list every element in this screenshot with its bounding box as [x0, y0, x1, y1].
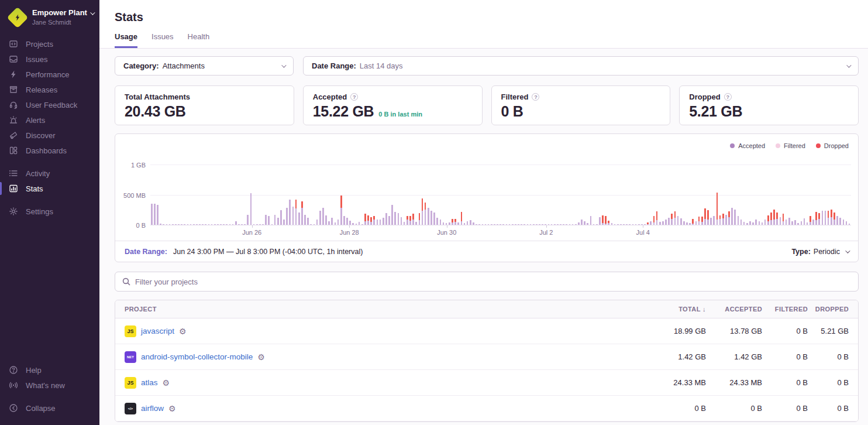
gear-icon[interactable]: ⚙: [179, 327, 187, 335]
category-select[interactable]: Category: Attachments: [115, 56, 294, 76]
chart-footer: Date Range: Jun 24 3:00 PM — Jul 8 3:00 …: [115, 241, 858, 262]
project-filter: [115, 272, 859, 292]
x-tick-label: Jun 30: [437, 229, 456, 236]
chart-bar: [262, 224, 264, 225]
cell-dropped: 5.21 GB: [808, 327, 858, 335]
chart-bar: [759, 221, 760, 225]
cell-total: 24.33 MB: [640, 378, 706, 387]
info-icon[interactable]: ?: [350, 93, 358, 101]
legend-item-accepted[interactable]: Accepted: [730, 142, 765, 149]
chart-bar: [199, 224, 201, 225]
chevron-down-icon: [846, 63, 851, 67]
tab-usage[interactable]: Usage: [115, 32, 137, 48]
sidebar-item-help[interactable]: Help: [0, 362, 99, 378]
chart-bar: [391, 205, 393, 225]
column-header-dropped[interactable]: DROPPED: [808, 306, 858, 313]
chart-bar: [232, 224, 234, 225]
sidebar-item-label: Dashboards: [26, 146, 67, 155]
chart-bar: [398, 213, 399, 225]
platform-icon: JS: [125, 377, 136, 389]
chart-bar: [388, 216, 390, 225]
sidebar-item-activity[interactable]: Activity: [0, 166, 99, 181]
chart-bar: [557, 224, 559, 225]
project-link[interactable]: android-symbol-collector-mobile: [141, 352, 253, 361]
org-switcher[interactable]: Empower Plant Jane Schmidt: [0, 8, 99, 36]
chart-bar: [277, 218, 279, 225]
chart-bar: [163, 224, 164, 225]
chart-bar: [825, 211, 826, 225]
project-filter-input[interactable]: [135, 277, 851, 286]
sidebar-item-discover[interactable]: Discover: [0, 128, 99, 143]
chart-bar: [346, 218, 348, 225]
cell-filtered: 0 B: [762, 378, 808, 387]
tab-issues[interactable]: Issues: [151, 32, 174, 48]
column-header-project[interactable]: PROJECT: [115, 306, 640, 313]
legend-item-dropped[interactable]: Dropped: [816, 142, 849, 149]
sidebar-item-dashboards[interactable]: Dashboards: [0, 143, 99, 158]
date-range-label: Date Range:: [312, 61, 356, 70]
gear-icon[interactable]: ⚙: [163, 379, 170, 387]
projects-icon: [8, 39, 19, 49]
chart-bar: [428, 208, 429, 225]
chart-bar: [190, 224, 192, 225]
gear-icon[interactable]: ⚙: [257, 353, 265, 361]
tab-health[interactable]: Health: [188, 32, 210, 48]
chart-bar: [523, 224, 525, 225]
sidebar-item-stats[interactable]: Stats: [0, 181, 99, 196]
chart-bar: [310, 224, 312, 225]
sidebar-item-releases[interactable]: Releases: [0, 82, 99, 97]
sidebar-item-settings[interactable]: Settings: [0, 204, 99, 219]
chart-bar: [340, 196, 342, 225]
info-icon[interactable]: ?: [724, 93, 732, 101]
sidebar-item-label: Projects: [26, 40, 53, 49]
chart-bar: [289, 200, 291, 225]
chart-type-select[interactable]: Type: Periodic: [791, 248, 849, 256]
sidebar-item-whats-new[interactable]: What's new: [0, 378, 99, 393]
sidebar-item-label: Help: [26, 366, 42, 375]
sidebar-item-performance[interactable]: Performance: [0, 67, 99, 82]
sidebar-item-label: Activity: [26, 169, 50, 178]
sidebar-item-user-feedback[interactable]: User Feedback: [0, 97, 99, 112]
chart-bar: [250, 193, 252, 225]
chart-bar: [467, 221, 469, 225]
info-icon[interactable]: ?: [532, 93, 539, 101]
sidebar-item-label: Performance: [26, 70, 69, 79]
date-range-select[interactable]: Date Range: Last 14 days: [303, 56, 859, 76]
sidebar-item-issues[interactable]: Issues: [0, 52, 99, 67]
category-value: Attachments: [163, 61, 205, 70]
column-header-total[interactable]: TOTAL ↓: [640, 306, 706, 313]
cell-accepted: 24.33 MB: [706, 378, 762, 387]
chart-date-range-value: Jun 24 3:00 PM — Jul 8 3:00 PM (-04:00 U…: [173, 248, 363, 256]
chevron-down-icon: [281, 63, 286, 67]
sidebar-item-alerts[interactable]: Alerts: [0, 112, 99, 128]
sidebar-item-label: Discover: [26, 131, 56, 140]
y-tick-label: 500 MB: [123, 192, 146, 199]
chart-bar: [839, 218, 841, 225]
dashboards-icon: [8, 146, 19, 155]
chart-bar: [359, 222, 360, 225]
chart-bar: [815, 212, 817, 225]
x-tick-label: Jun 26: [242, 229, 261, 236]
chart-bar: [776, 212, 778, 225]
gear-icon[interactable]: ⚙: [168, 405, 176, 413]
project-link[interactable]: atlas: [141, 378, 158, 387]
chart-bar: [217, 224, 219, 225]
usage-chart: AcceptedFilteredDropped 0 B500 MB1 GB Ju…: [115, 134, 858, 241]
column-header-filtered[interactable]: FILTERED: [762, 306, 808, 313]
sidebar-item-projects[interactable]: Projects: [0, 36, 99, 52]
chart-bar: [828, 211, 829, 225]
chart-bar: [454, 219, 456, 225]
issues-icon: [8, 54, 19, 64]
project-link[interactable]: javascript: [141, 327, 174, 335]
x-tick: [252, 225, 253, 228]
legend-item-filtered[interactable]: Filtered: [776, 142, 805, 149]
chart-bar: [596, 224, 598, 225]
x-tick: [546, 225, 547, 228]
chart-bar: [443, 222, 445, 225]
sidebar-item-collapse[interactable]: Collapse: [0, 400, 99, 416]
column-header-accepted[interactable]: ACCEPTED: [706, 306, 762, 313]
project-link[interactable]: airflow: [141, 404, 164, 413]
chart-bar: [160, 224, 161, 225]
chart-bar: [238, 224, 240, 225]
chart-bar: [394, 212, 396, 225]
